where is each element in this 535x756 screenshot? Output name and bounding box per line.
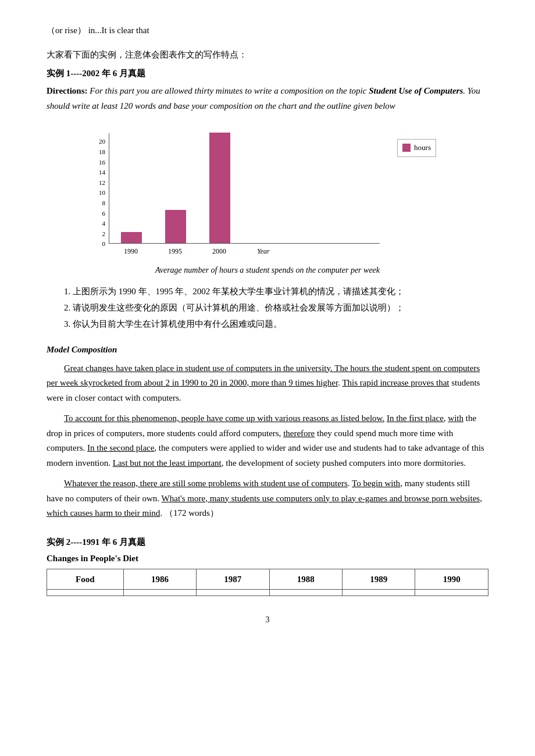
p3-underline2: To begin with (352, 479, 400, 488)
header-1986: 1986 (123, 569, 196, 589)
paragraph-2: To account for this phenomenon, people h… (47, 411, 488, 470)
header-food: Food (47, 569, 124, 589)
x-label-1990: 1990 (120, 246, 141, 257)
bar-1995-rect (165, 210, 186, 243)
chart-caption: Average number of hours a student spends… (47, 264, 488, 277)
example2-title: 实例 2----1991 年 6 月真题 (47, 535, 488, 549)
bars-wrapper (109, 133, 380, 244)
header-1988: 1988 (269, 569, 342, 589)
header-1987: 1987 (197, 569, 269, 589)
legend-label: hours (414, 142, 431, 154)
directions-topic: Student Use of Computers (369, 86, 463, 95)
outline-item-1: 1. 上图所示为 1990 年、1995 年、2002 年某校大学生事业计算机的… (64, 284, 488, 298)
p2-underline5: In the second place (87, 443, 154, 452)
chart-container: 0 2 4 6 8 10 12 14 16 18 20 (99, 133, 436, 257)
outline-list: 1. 上图所示为 1990 年、1995 年、2002 年某校大学生事业计算机的… (47, 284, 488, 331)
bar-1990-rect (121, 232, 142, 243)
p3-underline1: Whatever the reason, there are still som… (64, 479, 348, 488)
x-label-2000: 2000 (209, 246, 230, 257)
x-labels: 1990 1995 2000 Year (109, 246, 380, 257)
bars-area: 1990 1995 2000 Year (109, 133, 380, 257)
p2-underline4: therefore (283, 429, 315, 438)
directions-text1: For this part you are allowed thirty min… (88, 86, 369, 95)
header-1989: 1989 (343, 569, 415, 589)
p2-underline1: To account for this phenomenon, people h… (64, 413, 384, 423)
diet-table-row (47, 589, 488, 595)
diet-table-title: Changes in People's Diet (47, 551, 488, 565)
model-title: Model Composition (47, 343, 488, 356)
directions-block: Directions: For this part you are allowe… (47, 84, 488, 113)
x-label-year: Year (253, 246, 274, 257)
legend-color-swatch (402, 144, 411, 152)
bar-1995 (165, 210, 186, 243)
p3-underline3: What's more, many students use computers… (47, 494, 482, 518)
outline-item-3: 3. 你认为目前大学生在计算机使用中有什么困难或问题。 (64, 317, 488, 331)
intro-line1: （or rise） in...It is clear that (47, 23, 488, 37)
example1-title: 实例 1----2002 年 6 月真题 (47, 66, 488, 80)
paragraph-1: Great changes have taken place in studen… (47, 361, 488, 406)
x-label-1995: 1995 (165, 246, 186, 257)
bar-2000-rect (209, 133, 230, 243)
header-1990: 1990 (415, 569, 488, 589)
diet-table: Food 1986 1987 1988 1989 1990 (47, 569, 488, 596)
section-intro: 大家看下面的实例，注意体会图表作文的写作特点： (47, 48, 488, 62)
p2-underline3: with (448, 413, 463, 423)
p2-underline2: In the first place (387, 413, 444, 423)
p2-underline6: Last but not the least important (113, 458, 222, 468)
page-number: 3 (47, 614, 488, 626)
y-axis-labels: 0 2 4 6 8 10 12 14 16 18 20 (99, 139, 105, 249)
bar-1990 (121, 232, 142, 243)
outline-item-2: 2. 请说明发生这些变化的原因（可从计算机的用途、价格或社会发展等方面加以说明）… (64, 301, 488, 315)
directions-label: Directions: (47, 86, 88, 95)
p1-underline2: This rapid increase proves that (342, 378, 449, 387)
bar-2000 (209, 133, 230, 243)
legend-box: hours (397, 139, 436, 157)
paragraph-3: Whatever the reason, there are still som… (47, 476, 488, 521)
diet-table-header-row: Food 1986 1987 1988 1989 1990 (47, 569, 488, 589)
